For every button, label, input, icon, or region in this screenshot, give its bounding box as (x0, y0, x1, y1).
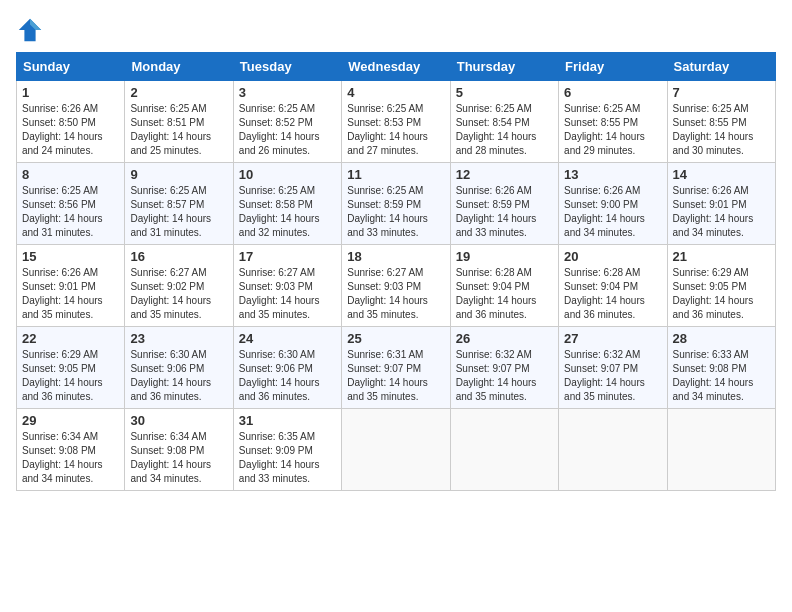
day-number: 8 (22, 167, 119, 182)
day-info: Sunrise: 6:25 AM Sunset: 8:55 PM Dayligh… (564, 102, 661, 158)
day-info: Sunrise: 6:25 AM Sunset: 8:53 PM Dayligh… (347, 102, 444, 158)
day-number: 22 (22, 331, 119, 346)
day-info: Sunrise: 6:26 AM Sunset: 9:00 PM Dayligh… (564, 184, 661, 240)
table-row: 21Sunrise: 6:29 AM Sunset: 9:05 PM Dayli… (667, 245, 775, 327)
day-number: 29 (22, 413, 119, 428)
day-info: Sunrise: 6:32 AM Sunset: 9:07 PM Dayligh… (456, 348, 553, 404)
table-row: 31Sunrise: 6:35 AM Sunset: 9:09 PM Dayli… (233, 409, 341, 491)
logo-icon (16, 16, 44, 44)
day-number: 18 (347, 249, 444, 264)
day-number: 19 (456, 249, 553, 264)
calendar-week-row: 8Sunrise: 6:25 AM Sunset: 8:56 PM Daylig… (17, 163, 776, 245)
col-tuesday: Tuesday (233, 53, 341, 81)
table-row (559, 409, 667, 491)
day-number: 11 (347, 167, 444, 182)
day-number: 12 (456, 167, 553, 182)
day-number: 4 (347, 85, 444, 100)
day-info: Sunrise: 6:28 AM Sunset: 9:04 PM Dayligh… (564, 266, 661, 322)
table-row: 23Sunrise: 6:30 AM Sunset: 9:06 PM Dayli… (125, 327, 233, 409)
day-number: 13 (564, 167, 661, 182)
table-row: 6Sunrise: 6:25 AM Sunset: 8:55 PM Daylig… (559, 81, 667, 163)
table-row: 9Sunrise: 6:25 AM Sunset: 8:57 PM Daylig… (125, 163, 233, 245)
day-number: 24 (239, 331, 336, 346)
day-number: 15 (22, 249, 119, 264)
col-friday: Friday (559, 53, 667, 81)
day-number: 21 (673, 249, 770, 264)
calendar-week-row: 15Sunrise: 6:26 AM Sunset: 9:01 PM Dayli… (17, 245, 776, 327)
day-number: 25 (347, 331, 444, 346)
col-saturday: Saturday (667, 53, 775, 81)
table-row: 11Sunrise: 6:25 AM Sunset: 8:59 PM Dayli… (342, 163, 450, 245)
day-info: Sunrise: 6:25 AM Sunset: 8:56 PM Dayligh… (22, 184, 119, 240)
col-sunday: Sunday (17, 53, 125, 81)
day-number: 16 (130, 249, 227, 264)
table-row: 22Sunrise: 6:29 AM Sunset: 9:05 PM Dayli… (17, 327, 125, 409)
day-info: Sunrise: 6:33 AM Sunset: 9:08 PM Dayligh… (673, 348, 770, 404)
table-row: 20Sunrise: 6:28 AM Sunset: 9:04 PM Dayli… (559, 245, 667, 327)
page-container: Sunday Monday Tuesday Wednesday Thursday… (0, 0, 792, 499)
table-row: 7Sunrise: 6:25 AM Sunset: 8:55 PM Daylig… (667, 81, 775, 163)
day-info: Sunrise: 6:30 AM Sunset: 9:06 PM Dayligh… (239, 348, 336, 404)
table-row: 16Sunrise: 6:27 AM Sunset: 9:02 PM Dayli… (125, 245, 233, 327)
table-row: 18Sunrise: 6:27 AM Sunset: 9:03 PM Dayli… (342, 245, 450, 327)
table-row: 12Sunrise: 6:26 AM Sunset: 8:59 PM Dayli… (450, 163, 558, 245)
day-info: Sunrise: 6:26 AM Sunset: 8:59 PM Dayligh… (456, 184, 553, 240)
table-row: 27Sunrise: 6:32 AM Sunset: 9:07 PM Dayli… (559, 327, 667, 409)
day-info: Sunrise: 6:25 AM Sunset: 8:52 PM Dayligh… (239, 102, 336, 158)
day-number: 27 (564, 331, 661, 346)
day-number: 14 (673, 167, 770, 182)
calendar-week-row: 22Sunrise: 6:29 AM Sunset: 9:05 PM Dayli… (17, 327, 776, 409)
table-row: 4Sunrise: 6:25 AM Sunset: 8:53 PM Daylig… (342, 81, 450, 163)
header (16, 16, 776, 44)
day-number: 28 (673, 331, 770, 346)
day-number: 30 (130, 413, 227, 428)
day-info: Sunrise: 6:25 AM Sunset: 8:58 PM Dayligh… (239, 184, 336, 240)
table-row: 17Sunrise: 6:27 AM Sunset: 9:03 PM Dayli… (233, 245, 341, 327)
table-row: 24Sunrise: 6:30 AM Sunset: 9:06 PM Dayli… (233, 327, 341, 409)
table-row: 30Sunrise: 6:34 AM Sunset: 9:08 PM Dayli… (125, 409, 233, 491)
table-row: 29Sunrise: 6:34 AM Sunset: 9:08 PM Dayli… (17, 409, 125, 491)
calendar-header-row: Sunday Monday Tuesday Wednesday Thursday… (17, 53, 776, 81)
table-row: 13Sunrise: 6:26 AM Sunset: 9:00 PM Dayli… (559, 163, 667, 245)
day-number: 1 (22, 85, 119, 100)
day-info: Sunrise: 6:26 AM Sunset: 9:01 PM Dayligh… (22, 266, 119, 322)
calendar-week-row: 29Sunrise: 6:34 AM Sunset: 9:08 PM Dayli… (17, 409, 776, 491)
day-info: Sunrise: 6:25 AM Sunset: 8:57 PM Dayligh… (130, 184, 227, 240)
col-wednesday: Wednesday (342, 53, 450, 81)
day-number: 3 (239, 85, 336, 100)
day-info: Sunrise: 6:29 AM Sunset: 9:05 PM Dayligh… (22, 348, 119, 404)
table-row: 19Sunrise: 6:28 AM Sunset: 9:04 PM Dayli… (450, 245, 558, 327)
day-info: Sunrise: 6:25 AM Sunset: 8:51 PM Dayligh… (130, 102, 227, 158)
day-info: Sunrise: 6:34 AM Sunset: 9:08 PM Dayligh… (22, 430, 119, 486)
table-row: 3Sunrise: 6:25 AM Sunset: 8:52 PM Daylig… (233, 81, 341, 163)
day-info: Sunrise: 6:26 AM Sunset: 9:01 PM Dayligh… (673, 184, 770, 240)
day-number: 10 (239, 167, 336, 182)
day-info: Sunrise: 6:29 AM Sunset: 9:05 PM Dayligh… (673, 266, 770, 322)
table-row: 1Sunrise: 6:26 AM Sunset: 8:50 PM Daylig… (17, 81, 125, 163)
table-row (450, 409, 558, 491)
day-info: Sunrise: 6:28 AM Sunset: 9:04 PM Dayligh… (456, 266, 553, 322)
day-number: 7 (673, 85, 770, 100)
table-row: 10Sunrise: 6:25 AM Sunset: 8:58 PM Dayli… (233, 163, 341, 245)
table-row: 5Sunrise: 6:25 AM Sunset: 8:54 PM Daylig… (450, 81, 558, 163)
day-number: 20 (564, 249, 661, 264)
table-row (342, 409, 450, 491)
day-info: Sunrise: 6:32 AM Sunset: 9:07 PM Dayligh… (564, 348, 661, 404)
day-info: Sunrise: 6:27 AM Sunset: 9:02 PM Dayligh… (130, 266, 227, 322)
day-info: Sunrise: 6:27 AM Sunset: 9:03 PM Dayligh… (347, 266, 444, 322)
day-info: Sunrise: 6:35 AM Sunset: 9:09 PM Dayligh… (239, 430, 336, 486)
col-monday: Monday (125, 53, 233, 81)
day-number: 5 (456, 85, 553, 100)
day-info: Sunrise: 6:30 AM Sunset: 9:06 PM Dayligh… (130, 348, 227, 404)
day-number: 2 (130, 85, 227, 100)
table-row: 15Sunrise: 6:26 AM Sunset: 9:01 PM Dayli… (17, 245, 125, 327)
table-row: 25Sunrise: 6:31 AM Sunset: 9:07 PM Dayli… (342, 327, 450, 409)
table-row: 2Sunrise: 6:25 AM Sunset: 8:51 PM Daylig… (125, 81, 233, 163)
day-number: 6 (564, 85, 661, 100)
col-thursday: Thursday (450, 53, 558, 81)
day-info: Sunrise: 6:34 AM Sunset: 9:08 PM Dayligh… (130, 430, 227, 486)
day-info: Sunrise: 6:25 AM Sunset: 8:54 PM Dayligh… (456, 102, 553, 158)
table-row: 8Sunrise: 6:25 AM Sunset: 8:56 PM Daylig… (17, 163, 125, 245)
table-row: 26Sunrise: 6:32 AM Sunset: 9:07 PM Dayli… (450, 327, 558, 409)
table-row (667, 409, 775, 491)
